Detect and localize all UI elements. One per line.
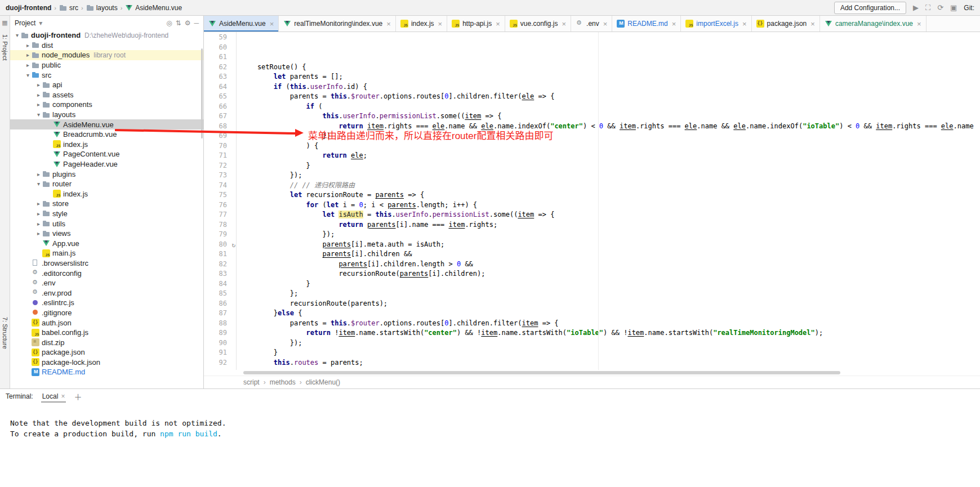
chevron-down-icon[interactable]: ▾ — [24, 72, 32, 78]
code-line[interactable]: parents = this.$router.options.routes[0]… — [241, 319, 980, 329]
code-line[interactable]: return ele; — [241, 151, 980, 161]
tree-item-app.vue[interactable]: App.vue — [10, 238, 203, 248]
tree-item-src[interactable]: ▾src — [10, 70, 203, 80]
close-icon[interactable]: × — [438, 20, 443, 28]
recursive-call-icon[interactable]: ↻ — [231, 240, 235, 251]
horizontal-scrollbar[interactable] — [204, 370, 980, 376]
code-line[interactable]: }); — [241, 171, 980, 181]
chevron-right-icon[interactable]: ▸ — [35, 171, 42, 177]
breadcrumb-item-asidemenu.vue[interactable]: AsideMenu.vue — [125, 4, 182, 12]
code-line[interactable]: setRoute() { — [241, 62, 980, 73]
code-line[interactable]: if ( — [241, 102, 980, 112]
tab-importexcel.js[interactable]: importExcel.js× — [681, 16, 751, 32]
tree-item-store[interactable]: ▸store — [10, 199, 203, 209]
close-icon[interactable]: × — [61, 392, 65, 400]
tool-windows-icon[interactable]: ▦ — [2, 19, 7, 26]
tree-item-views[interactable]: ▸views — [10, 229, 203, 239]
chevron-down-icon[interactable]: ▾ — [35, 181, 42, 187]
code-breadcrumb-script[interactable]: script — [243, 378, 260, 386]
terminal-tab-local[interactable]: Local × — [41, 390, 66, 403]
tree-item-utils[interactable]: ▸utils — [10, 218, 203, 229]
code-line[interactable]: return item.rights === ele.name && ele.n… — [241, 122, 980, 132]
tree-item-breadcrumb.vue[interactable]: Breadcrumb.vue — [10, 129, 203, 140]
chevron-down-icon[interactable]: ▾ — [35, 111, 42, 118]
project-tool-button[interactable]: 1: Project — [2, 34, 8, 60]
code-line[interactable]: ) { — [241, 141, 980, 151]
add-configuration-button[interactable]: Add Configuration... — [834, 2, 906, 14]
code-line[interactable]: this.routes = parents; — [241, 358, 980, 368]
structure-tool-button[interactable]: 7: Structure — [2, 317, 8, 349]
project-scrollbar[interactable] — [201, 48, 203, 138]
tree-item-duoji-frontend[interactable]: ▾duoji-frontendD:\zheheWeb\duoji-fronten… — [10, 30, 203, 41]
tree-item-package-lock.json[interactable]: package-lock.json — [10, 358, 203, 368]
new-terminal-icon[interactable]: ＋ — [74, 391, 82, 402]
tree-item-auth.json[interactable]: auth.json — [10, 318, 203, 328]
code-breadcrumb-clickmenu-[interactable]: clickMenu() — [306, 378, 340, 386]
tab-asidemenu.vue[interactable]: AsideMenu.vue× — [204, 16, 279, 32]
chevron-right-icon[interactable]: ▸ — [35, 101, 42, 108]
tree-item-style[interactable]: ▸style — [10, 209, 203, 219]
chevron-right-icon[interactable]: ▸ — [35, 82, 42, 88]
view-options-icon[interactable]: ⇅ — [176, 19, 181, 27]
code-line[interactable]: }); — [241, 338, 980, 349]
code-line[interactable]: parents[i].children && — [241, 249, 980, 260]
tab-cameramanage-index.vue[interactable]: cameraManage\index.vue× — [820, 16, 926, 32]
tree-item-.env[interactable]: .env — [10, 278, 203, 288]
code-line[interactable]: }else { — [241, 309, 980, 319]
breadcrumb-item-src[interactable]: src — [59, 4, 78, 12]
code-line[interactable]: } — [241, 348, 980, 358]
code-line[interactable]: // // 递归权限路由 — [241, 181, 980, 191]
stop-icon[interactable]: ▣ — [950, 3, 957, 12]
run-icon[interactable]: ▶ — [913, 3, 919, 12]
tree-item-dist.zip[interactable]: dist.zip — [10, 337, 203, 347]
tree-item-node-modules[interactable]: ▸node_moduleslibrary root — [10, 50, 203, 60]
chevron-right-icon[interactable]: ▸ — [35, 92, 42, 98]
tree-item-package.json[interactable]: package.json — [10, 347, 203, 358]
settings-gear-icon[interactable]: ⚙ — [185, 19, 191, 27]
tab-vue.config.js[interactable]: vue.config.js× — [505, 16, 571, 32]
tree-item-api[interactable]: ▸api — [10, 80, 203, 90]
chevron-down-icon[interactable]: ▾ — [14, 32, 21, 38]
locate-file-icon[interactable]: ◎ — [166, 19, 172, 27]
chevron-down-icon[interactable]: ▾ — [39, 19, 42, 27]
code-line[interactable]: let isAuth = this.userInfo.permissionLis… — [241, 210, 980, 220]
tree-item-.gitignore[interactable]: .gitignore — [10, 308, 203, 318]
tree-item-public[interactable]: ▸public — [10, 60, 203, 70]
tab-package.json[interactable]: package.json× — [752, 16, 820, 32]
tree-item-index.js[interactable]: index.js — [10, 140, 203, 150]
close-icon[interactable]: × — [496, 20, 500, 28]
tree-item-components[interactable]: ▸components — [10, 100, 203, 110]
code-line[interactable]: let recursionRoute = parents => { — [241, 190, 980, 200]
chevron-right-icon[interactable]: ▸ — [35, 230, 42, 236]
code-line[interactable]: parents[i].children.length > 0 && — [241, 260, 980, 270]
tab-realtimemonitoring-index.vue[interactable]: realTimeMonitoring\index.vue× — [279, 16, 396, 32]
tab-http-api.js[interactable]: http-api.js× — [447, 16, 505, 32]
code-breadcrumb-methods[interactable]: methods — [270, 378, 296, 386]
tree-item-plugins[interactable]: ▸plugins — [10, 169, 203, 179]
tree-item-pagecontent.vue[interactable]: PageContent.vue — [10, 149, 203, 159]
scrollbar-thumb[interactable] — [243, 371, 840, 374]
breadcrumb-item-layouts[interactable]: layouts — [86, 4, 118, 12]
chevron-right-icon[interactable]: ▸ — [35, 221, 42, 227]
code-line[interactable]: }; — [241, 289, 980, 299]
code-line[interactable]: recursionRoute(parents); — [241, 299, 980, 309]
tab-readme.md[interactable]: README.md× — [612, 16, 681, 32]
close-icon[interactable]: × — [386, 20, 391, 28]
close-icon[interactable]: × — [742, 20, 747, 28]
tree-item-assets[interactable]: ▸assets — [10, 90, 203, 100]
code-line[interactable]: let parents = []; — [241, 72, 980, 82]
tree-item-babel.config.js[interactable]: babel.config.js — [10, 328, 203, 338]
tree-item-main.js[interactable]: main.js — [10, 248, 203, 258]
close-icon[interactable]: × — [672, 20, 676, 28]
hide-panel-icon[interactable]: ─ — [194, 19, 199, 27]
code-line[interactable]: return parents[i].name === item.rights; — [241, 220, 980, 230]
tree-item-.browserslistrc[interactable]: .browserslistrc — [10, 258, 203, 269]
tree-item-readme.md[interactable]: README.md — [10, 367, 203, 377]
tree-item-pageheader.vue[interactable]: PageHeader.vue — [10, 159, 203, 169]
terminal-output[interactable]: Note that the development build is not o… — [0, 404, 980, 487]
code-line[interactable]: parents = this.$router.options.routes[0]… — [241, 92, 980, 102]
tree-item-.env.prod[interactable]: .env.prod — [10, 288, 203, 298]
code-line[interactable]: } — [241, 161, 980, 171]
code-line[interactable]: return !item.name.startsWith("center") &… — [241, 328, 980, 338]
tab-.env[interactable]: .env× — [571, 16, 612, 32]
